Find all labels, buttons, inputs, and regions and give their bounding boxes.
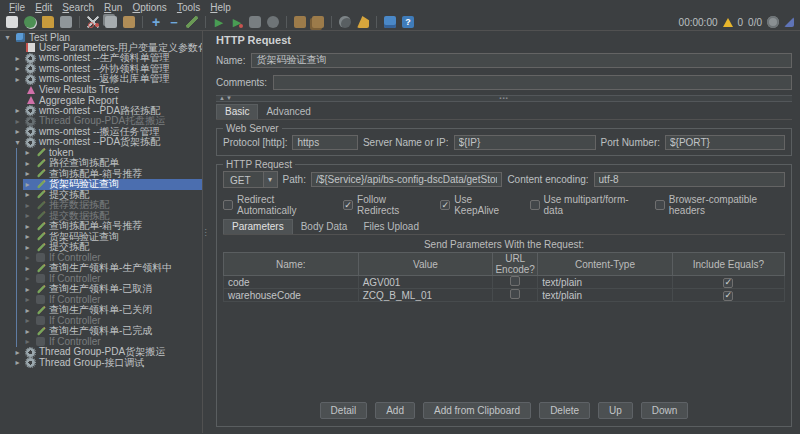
checkbox-unchecked-icon[interactable] bbox=[655, 200, 665, 210]
chevron-right-icon[interactable]: ▸ bbox=[23, 201, 32, 210]
open-file-icon[interactable] bbox=[40, 15, 56, 30]
option-use-keepalive[interactable]: Use KeepAlive bbox=[440, 194, 513, 216]
stop-threads-icon[interactable] bbox=[767, 16, 779, 28]
tab-parameters[interactable]: Parameters bbox=[223, 219, 293, 234]
tree-item[interactable]: ▸If Controller bbox=[0, 253, 202, 264]
tree-item[interactable]: ▸If Controller bbox=[0, 316, 202, 327]
menu-item-run[interactable]: Run bbox=[99, 2, 127, 13]
tab-advanced[interactable]: Advanced bbox=[258, 105, 318, 119]
tree-item[interactable]: ▸Thread Group-PDA托盘搬运 bbox=[0, 116, 202, 127]
server-input[interactable] bbox=[454, 135, 596, 150]
chevron-down-icon[interactable] bbox=[263, 171, 278, 188]
chevron-right-icon[interactable]: ▸ bbox=[23, 253, 32, 262]
tree-item[interactable]: ▸查询生产领料单-生产领料中 bbox=[0, 263, 202, 274]
param-value-cell[interactable]: AGV001 bbox=[358, 276, 493, 289]
tree-item[interactable]: ▸查询生产领料单-已关闭 bbox=[0, 305, 202, 316]
tree-item[interactable]: ▸If Controller bbox=[0, 274, 202, 285]
menu-item-file[interactable]: File bbox=[4, 2, 30, 13]
chevron-right-icon[interactable]: ▸ bbox=[23, 295, 32, 304]
down-button[interactable]: Down bbox=[641, 402, 689, 419]
cut-icon[interactable] bbox=[85, 15, 101, 30]
chevron-right-icon[interactable]: ▸ bbox=[23, 222, 32, 231]
templates-icon[interactable] bbox=[22, 15, 38, 30]
option-browser-compatible-headers[interactable]: Browser-compatible headers bbox=[655, 194, 785, 216]
stop-icon[interactable] bbox=[247, 15, 263, 30]
chevron-right-icon[interactable]: ▸ bbox=[23, 169, 32, 178]
chevron-right-icon[interactable]: ▸ bbox=[23, 264, 32, 273]
param-name-cell[interactable]: warehouseCode bbox=[224, 289, 359, 302]
param-value-cell[interactable]: ZCQ_B_ML_01 bbox=[358, 289, 493, 302]
option-redirect-automatically[interactable]: Redirect Automatically bbox=[223, 194, 327, 216]
tree-item[interactable]: ▸提交拣配 bbox=[0, 242, 202, 253]
menu-item-help[interactable]: Help bbox=[205, 2, 236, 13]
chevron-right-icon[interactable]: ▸ bbox=[23, 190, 32, 199]
add-icon[interactable] bbox=[148, 15, 164, 30]
method-select[interactable]: GET bbox=[223, 171, 278, 188]
copy-icon[interactable] bbox=[103, 15, 119, 30]
checkbox-checked-icon[interactable] bbox=[723, 291, 733, 301]
tree-item[interactable]: ▸提交数据拣配 bbox=[0, 211, 202, 222]
chevron-right-icon[interactable]: ▸ bbox=[13, 106, 22, 115]
add-button[interactable]: Add bbox=[375, 402, 415, 419]
checkbox-checked-icon[interactable] bbox=[440, 200, 450, 210]
tree-item[interactable]: ▸wms-ontest --返修出库单管理 bbox=[0, 74, 202, 85]
chevron-down-icon[interactable]: ▾ bbox=[3, 33, 12, 42]
chevron-right-icon[interactable]: ▸ bbox=[23, 316, 32, 325]
start-icon[interactable] bbox=[211, 15, 227, 30]
path-input[interactable] bbox=[311, 172, 502, 187]
shutdown-icon[interactable] bbox=[265, 15, 281, 30]
chevron-right-icon[interactable]: ▸ bbox=[23, 274, 32, 283]
search-icon[interactable] bbox=[337, 15, 353, 30]
tree-item[interactable]: View Results Tree bbox=[0, 85, 202, 96]
option-follow-redirects[interactable]: Follow Redirects bbox=[343, 194, 424, 216]
checkbox-checked-icon[interactable] bbox=[343, 200, 353, 210]
menu-item-edit[interactable]: Edit bbox=[30, 2, 57, 13]
chevron-right-icon[interactable]: ▸ bbox=[13, 75, 22, 84]
menu-item-tools[interactable]: Tools bbox=[172, 2, 205, 13]
tree-item[interactable]: ▸Thread Group-接口调试 bbox=[0, 358, 202, 369]
checkbox-unchecked-icon[interactable] bbox=[510, 289, 520, 299]
search-reset-icon[interactable] bbox=[355, 15, 371, 30]
tree-item[interactable]: ▸查询生产领料单-已完成 bbox=[0, 326, 202, 337]
port-input[interactable] bbox=[665, 135, 785, 150]
test-plan-tree[interactable]: ▾Test PlanUser Parameters-用户变量定义参数化▸wms-… bbox=[0, 31, 202, 433]
new-file-icon[interactable] bbox=[4, 15, 20, 30]
chevron-right-icon[interactable]: ▸ bbox=[23, 159, 32, 168]
start-no-pauses-icon[interactable] bbox=[229, 15, 245, 30]
checkbox-unchecked-icon[interactable] bbox=[530, 200, 540, 210]
delete-button[interactable]: Delete bbox=[539, 402, 590, 419]
tab-basic[interactable]: Basic bbox=[216, 104, 258, 119]
splitter-collapse-icons[interactable]: ▲▼ bbox=[219, 95, 233, 101]
chevron-right-icon[interactable]: ▸ bbox=[23, 211, 32, 220]
chevron-right-icon[interactable]: ▸ bbox=[23, 243, 32, 252]
chevron-right-icon[interactable]: ▸ bbox=[13, 127, 22, 136]
tab-body-data[interactable]: Body Data bbox=[293, 220, 356, 234]
chevron-right-icon[interactable]: ▸ bbox=[13, 117, 22, 126]
chevron-right-icon[interactable]: ▸ bbox=[23, 232, 32, 241]
up-button[interactable]: Up bbox=[598, 402, 633, 419]
chevron-right-icon[interactable]: ▸ bbox=[23, 306, 32, 315]
add-from-clipboard-button[interactable]: Add from Clipboard bbox=[423, 402, 531, 419]
chevron-right-icon[interactable]: ▸ bbox=[23, 337, 32, 346]
tree-item[interactable]: ▸查询生产领料单-已取消 bbox=[0, 284, 202, 295]
menu-item-options[interactable]: Options bbox=[127, 2, 171, 13]
option-use-multipart-form-data[interactable]: Use multipart/form-data bbox=[530, 194, 639, 216]
help-icon[interactable] bbox=[400, 15, 416, 30]
checkbox-unchecked-icon[interactable] bbox=[510, 276, 520, 286]
save-icon[interactable] bbox=[58, 15, 74, 30]
chevron-right-icon[interactable]: ▸ bbox=[13, 64, 22, 73]
warning-icon[interactable] bbox=[723, 18, 733, 27]
chevron-right-icon[interactable]: ▸ bbox=[23, 327, 32, 336]
chevron-right-icon[interactable]: ▸ bbox=[13, 348, 22, 357]
splitter-grip-icon[interactable]: ▪▪▪ bbox=[499, 95, 508, 101]
checkbox-checked-icon[interactable] bbox=[723, 278, 733, 288]
menu-item-search[interactable]: Search bbox=[57, 2, 99, 13]
paste-icon[interactable] bbox=[121, 15, 137, 30]
detail-button[interactable]: Detail bbox=[320, 402, 368, 419]
chevron-right-icon[interactable]: ▸ bbox=[23, 285, 32, 294]
tree-item[interactable]: ▸If Controller bbox=[0, 295, 202, 306]
protocol-input[interactable] bbox=[292, 135, 357, 150]
chevron-down-icon[interactable]: ▾ bbox=[13, 138, 22, 147]
tree-item[interactable]: ▾wms-ontest --PDA货架拣配 bbox=[0, 137, 202, 148]
tree-item[interactable]: ▸货架码验证查询 bbox=[0, 179, 202, 190]
